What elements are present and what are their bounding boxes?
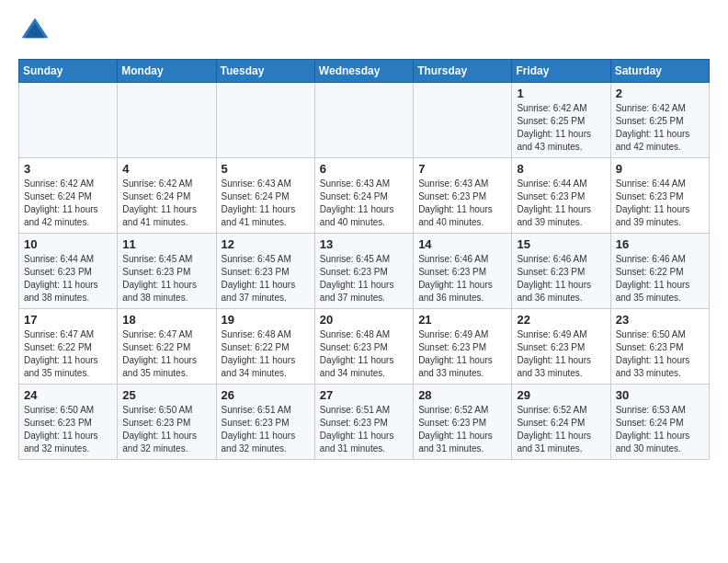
- day-cell: 17Sunrise: 6:47 AM Sunset: 6:22 PM Dayli…: [19, 309, 118, 385]
- day-info: Sunrise: 6:51 AM Sunset: 6:23 PM Dayligh…: [320, 404, 408, 455]
- day-cell: 4Sunrise: 6:42 AM Sunset: 6:24 PM Daylig…: [118, 158, 216, 234]
- day-info: Sunrise: 6:46 AM Sunset: 6:23 PM Dayligh…: [517, 253, 605, 304]
- day-number: 28: [418, 388, 506, 402]
- day-info: Sunrise: 6:42 AM Sunset: 6:24 PM Dayligh…: [122, 178, 210, 229]
- day-info: Sunrise: 6:44 AM Sunset: 6:23 PM Dayligh…: [517, 178, 605, 229]
- day-header-thursday: Thursday: [414, 60, 512, 83]
- day-number: 27: [320, 388, 408, 402]
- day-number: 18: [122, 313, 210, 327]
- week-row-2: 3Sunrise: 6:42 AM Sunset: 6:24 PM Daylig…: [19, 158, 710, 234]
- day-number: 12: [222, 237, 310, 251]
- day-number: 14: [418, 237, 506, 251]
- day-cell: 22Sunrise: 6:49 AM Sunset: 6:23 PM Dayli…: [512, 309, 610, 385]
- day-info: Sunrise: 6:43 AM Sunset: 6:24 PM Dayligh…: [320, 178, 408, 229]
- day-cell: [414, 83, 512, 158]
- day-number: 25: [122, 388, 210, 402]
- day-cell: 15Sunrise: 6:46 AM Sunset: 6:23 PM Dayli…: [512, 234, 610, 309]
- day-number: 7: [418, 162, 506, 176]
- day-number: 4: [122, 162, 210, 176]
- day-header-wednesday: Wednesday: [314, 60, 413, 83]
- day-info: Sunrise: 6:47 AM Sunset: 6:22 PM Dayligh…: [24, 328, 112, 380]
- day-number: 3: [24, 162, 112, 176]
- logo: [18, 15, 57, 48]
- day-cell: 19Sunrise: 6:48 AM Sunset: 6:22 PM Dayli…: [216, 309, 314, 385]
- day-cell: 1Sunrise: 6:42 AM Sunset: 6:25 PM Daylig…: [512, 83, 610, 158]
- day-cell: 9Sunrise: 6:44 AM Sunset: 6:23 PM Daylig…: [610, 158, 709, 234]
- day-cell: 24Sunrise: 6:50 AM Sunset: 6:23 PM Dayli…: [19, 385, 118, 460]
- day-number: 2: [616, 86, 704, 100]
- day-info: Sunrise: 6:43 AM Sunset: 6:23 PM Dayligh…: [418, 178, 506, 229]
- day-info: Sunrise: 6:50 AM Sunset: 6:23 PM Dayligh…: [122, 404, 210, 455]
- day-cell: 6Sunrise: 6:43 AM Sunset: 6:24 PM Daylig…: [314, 158, 413, 234]
- day-header-friday: Friday: [512, 60, 610, 83]
- day-number: 30: [616, 388, 704, 402]
- day-info: Sunrise: 6:44 AM Sunset: 6:23 PM Dayligh…: [616, 178, 704, 229]
- logo-icon: [18, 15, 51, 48]
- day-header-saturday: Saturday: [610, 60, 709, 83]
- day-number: 16: [616, 237, 704, 251]
- day-info: Sunrise: 6:45 AM Sunset: 6:23 PM Dayligh…: [122, 253, 210, 304]
- day-info: Sunrise: 6:46 AM Sunset: 6:22 PM Dayligh…: [616, 253, 704, 304]
- calendar-body: 1Sunrise: 6:42 AM Sunset: 6:25 PM Daylig…: [19, 83, 710, 460]
- day-info: Sunrise: 6:47 AM Sunset: 6:22 PM Dayligh…: [122, 328, 210, 380]
- day-header-monday: Monday: [118, 60, 216, 83]
- day-number: 21: [418, 313, 506, 327]
- day-cell: 26Sunrise: 6:51 AM Sunset: 6:23 PM Dayli…: [216, 385, 314, 460]
- day-cell: 23Sunrise: 6:50 AM Sunset: 6:23 PM Dayli…: [610, 309, 709, 385]
- day-number: 29: [517, 388, 605, 402]
- day-cell: [118, 83, 216, 158]
- day-number: 6: [320, 162, 408, 176]
- day-cell: 29Sunrise: 6:52 AM Sunset: 6:24 PM Dayli…: [512, 385, 610, 460]
- day-number: 11: [122, 237, 210, 251]
- day-cell: 30Sunrise: 6:53 AM Sunset: 6:24 PM Dayli…: [610, 385, 709, 460]
- day-info: Sunrise: 6:45 AM Sunset: 6:23 PM Dayligh…: [320, 253, 408, 304]
- day-number: 19: [222, 313, 310, 327]
- day-cell: 16Sunrise: 6:46 AM Sunset: 6:22 PM Dayli…: [610, 234, 709, 309]
- day-info: Sunrise: 6:50 AM Sunset: 6:23 PM Dayligh…: [24, 404, 112, 455]
- day-info: Sunrise: 6:48 AM Sunset: 6:22 PM Dayligh…: [222, 328, 310, 380]
- day-header-tuesday: Tuesday: [216, 60, 314, 83]
- day-number: 17: [24, 313, 112, 327]
- day-header-sunday: Sunday: [19, 60, 118, 83]
- header: [18, 15, 710, 48]
- calendar-header: SundayMondayTuesdayWednesdayThursdayFrid…: [19, 60, 710, 83]
- week-row-5: 24Sunrise: 6:50 AM Sunset: 6:23 PM Dayli…: [19, 385, 710, 460]
- day-cell: 10Sunrise: 6:44 AM Sunset: 6:23 PM Dayli…: [19, 234, 118, 309]
- day-info: Sunrise: 6:45 AM Sunset: 6:23 PM Dayligh…: [222, 253, 310, 304]
- day-number: 26: [222, 388, 310, 402]
- day-info: Sunrise: 6:49 AM Sunset: 6:23 PM Dayligh…: [517, 328, 605, 380]
- day-info: Sunrise: 6:43 AM Sunset: 6:24 PM Dayligh…: [222, 178, 310, 229]
- day-info: Sunrise: 6:42 AM Sunset: 6:24 PM Dayligh…: [24, 178, 112, 229]
- day-info: Sunrise: 6:42 AM Sunset: 6:25 PM Dayligh…: [616, 102, 704, 154]
- day-cell: 18Sunrise: 6:47 AM Sunset: 6:22 PM Dayli…: [118, 309, 216, 385]
- day-number: 22: [517, 313, 605, 327]
- header-row: SundayMondayTuesdayWednesdayThursdayFrid…: [19, 60, 710, 83]
- day-cell: 27Sunrise: 6:51 AM Sunset: 6:23 PM Dayli…: [314, 385, 413, 460]
- day-number: 23: [616, 313, 704, 327]
- day-cell: 7Sunrise: 6:43 AM Sunset: 6:23 PM Daylig…: [414, 158, 512, 234]
- day-cell: [216, 83, 314, 158]
- day-cell: 3Sunrise: 6:42 AM Sunset: 6:24 PM Daylig…: [19, 158, 118, 234]
- day-info: Sunrise: 6:42 AM Sunset: 6:25 PM Dayligh…: [517, 102, 605, 154]
- day-cell: 5Sunrise: 6:43 AM Sunset: 6:24 PM Daylig…: [216, 158, 314, 234]
- day-info: Sunrise: 6:46 AM Sunset: 6:23 PM Dayligh…: [418, 253, 506, 304]
- day-info: Sunrise: 6:53 AM Sunset: 6:24 PM Dayligh…: [616, 404, 704, 455]
- day-cell: 8Sunrise: 6:44 AM Sunset: 6:23 PM Daylig…: [512, 158, 610, 234]
- day-number: 8: [517, 162, 605, 176]
- day-cell: 12Sunrise: 6:45 AM Sunset: 6:23 PM Dayli…: [216, 234, 314, 309]
- day-cell: 28Sunrise: 6:52 AM Sunset: 6:23 PM Dayli…: [414, 385, 512, 460]
- page: SundayMondayTuesdayWednesdayThursdayFrid…: [0, 0, 728, 563]
- day-info: Sunrise: 6:52 AM Sunset: 6:24 PM Dayligh…: [517, 404, 605, 455]
- week-row-1: 1Sunrise: 6:42 AM Sunset: 6:25 PM Daylig…: [19, 83, 710, 158]
- day-info: Sunrise: 6:50 AM Sunset: 6:23 PM Dayligh…: [616, 328, 704, 380]
- day-number: 24: [24, 388, 112, 402]
- day-info: Sunrise: 6:52 AM Sunset: 6:23 PM Dayligh…: [418, 404, 506, 455]
- day-number: 1: [517, 86, 605, 100]
- week-row-3: 10Sunrise: 6:44 AM Sunset: 6:23 PM Dayli…: [19, 234, 710, 309]
- day-cell: 20Sunrise: 6:48 AM Sunset: 6:23 PM Dayli…: [314, 309, 413, 385]
- day-cell: [314, 83, 413, 158]
- day-number: 15: [517, 237, 605, 251]
- day-cell: [19, 83, 118, 158]
- day-number: 10: [24, 237, 112, 251]
- day-cell: 21Sunrise: 6:49 AM Sunset: 6:23 PM Dayli…: [414, 309, 512, 385]
